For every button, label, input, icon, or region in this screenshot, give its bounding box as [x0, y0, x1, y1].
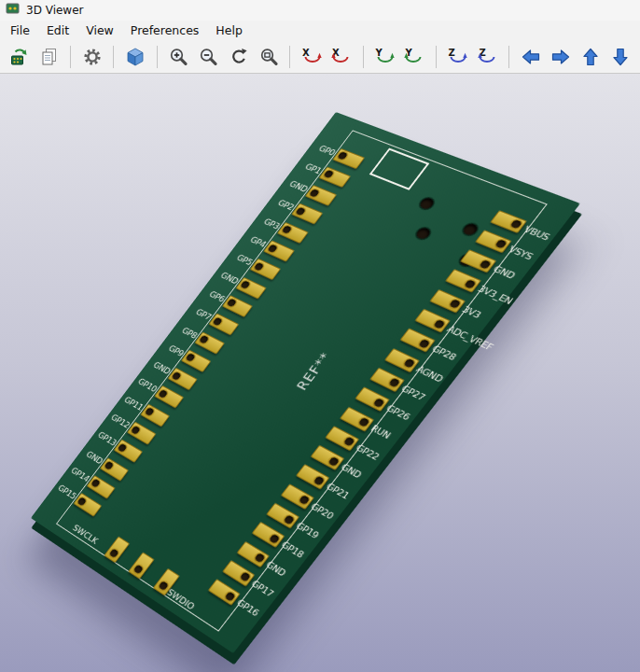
pad-hole	[510, 219, 522, 229]
rotate-z-ccw-icon: Z	[478, 47, 498, 67]
pad-hole	[358, 417, 370, 427]
move-down-button[interactable]	[607, 43, 634, 71]
pad-hole	[295, 207, 306, 216]
toolbar-separator	[436, 46, 437, 68]
pad-hole	[313, 476, 325, 486]
toolbar-separator	[70, 46, 71, 68]
svg-text:X: X	[302, 48, 310, 58]
rotate-y-cw-button[interactable]: Y	[371, 43, 398, 71]
pad-hole	[104, 461, 114, 470]
pad-hole	[131, 426, 141, 435]
pad-hole	[118, 443, 128, 453]
zoom-in-icon	[168, 47, 188, 67]
pad-hole	[213, 317, 223, 327]
zoom-out-button[interactable]	[195, 43, 222, 71]
rotate-y-ccw-button[interactable]: Y	[401, 43, 428, 71]
move-right-button[interactable]	[547, 43, 574, 71]
pad-hole	[90, 479, 101, 488]
move-up-icon	[580, 47, 601, 67]
display-options-button[interactable]	[78, 43, 105, 71]
svg-text:Y: Y	[375, 48, 383, 58]
rotate-y-cw-icon: Y	[374, 47, 395, 67]
move-up-button[interactable]	[577, 43, 605, 71]
rotate-x-ccw-icon: X	[331, 47, 352, 67]
pad-hole	[269, 534, 280, 544]
pad-hole	[494, 240, 507, 249]
toolbar-separator	[508, 46, 509, 68]
copy-image-button[interactable]	[35, 43, 63, 71]
reload-board-icon	[9, 47, 30, 67]
pad-hole	[77, 497, 88, 506]
pad-label-3v3_en: 3V3_EN	[475, 282, 517, 308]
pad-hole	[240, 280, 250, 289]
move-down-icon	[610, 47, 631, 67]
toolbar-separator	[157, 46, 158, 68]
pad-hole	[343, 437, 355, 447]
pad-hole	[449, 300, 461, 309]
pad-hole	[268, 244, 278, 252]
redraw-button[interactable]	[225, 43, 252, 71]
toolbar-separator	[289, 46, 290, 68]
rotate-x-ccw-button[interactable]: X	[327, 43, 355, 71]
pcb-board: REF** SWCLK SWDIO GP0GP1GNDGP2GP3GP4GP5G…	[31, 112, 580, 653]
rotate-x-cw-icon: X	[301, 47, 322, 67]
zoom-fit-icon	[258, 47, 279, 67]
toolbar: X X Y Y	[0, 41, 640, 74]
rotate-z-cw-button[interactable]: Z	[444, 43, 471, 71]
pad-hole	[373, 398, 385, 408]
pad-label-agnd: AGND	[413, 361, 447, 385]
zoom-out-icon	[198, 47, 218, 67]
pad-hole	[284, 514, 295, 525]
raytracing-cube-icon	[125, 47, 146, 67]
toolbar-separator	[363, 46, 364, 68]
menu-bar: FileEditViewPreferencesHelp	[0, 21, 640, 41]
redraw-icon	[229, 47, 249, 67]
pad-hole	[403, 358, 415, 369]
app-icon	[6, 1, 21, 20]
zoom-in-button[interactable]	[165, 43, 192, 71]
pad-hole	[434, 319, 446, 329]
pad-hole	[145, 407, 155, 416]
rotate-z-ccw-button[interactable]: Z	[474, 43, 501, 71]
move-left-icon	[521, 47, 541, 67]
pad-hole	[337, 151, 348, 160]
3d-viewer-window: 3D Viewer FileEditViewPreferencesHelp	[0, 0, 640, 672]
rotate-z-cw-icon: Z	[447, 47, 467, 67]
pad-hole	[328, 456, 341, 467]
move-left-button[interactable]	[517, 43, 544, 71]
svg-text:Z: Z	[449, 48, 455, 58]
rotate-x-cw-button[interactable]: X	[298, 43, 325, 71]
menu-item-view[interactable]: View	[77, 21, 122, 41]
menu-item-preferences[interactable]: Preferences	[122, 21, 208, 41]
pad-hole	[133, 565, 144, 575]
copy-image-icon	[39, 47, 60, 67]
reload-board-button[interactable]	[6, 43, 33, 71]
display-options-icon	[82, 47, 103, 67]
pad-hole	[254, 553, 265, 563]
rotate-y-ccw-icon: Y	[404, 47, 424, 67]
menu-item-help[interactable]: Help	[207, 21, 251, 41]
pad-hole	[388, 378, 400, 388]
pad-hole	[226, 299, 236, 308]
zoom-fit-button[interactable]	[255, 43, 282, 71]
pad-hole	[109, 549, 119, 558]
pad-hole	[240, 572, 251, 582]
pad-hole	[299, 495, 310, 505]
pad-hole	[158, 389, 168, 399]
menu-item-file[interactable]: File	[2, 21, 38, 41]
pad-hole	[185, 353, 195, 362]
raytracing-cube-button[interactable]	[121, 43, 148, 71]
viewport-3d[interactable]: REF** SWCLK SWDIO GP0GP1GNDGP2GP3GP4GP5G…	[0, 74, 640, 672]
pad-hole	[282, 226, 292, 234]
pad-hole	[225, 591, 236, 601]
pad-hole	[254, 262, 264, 271]
pad-hole	[199, 335, 209, 344]
pad-hole	[480, 259, 492, 269]
pad-hole	[418, 339, 430, 349]
pad-hole	[158, 581, 168, 591]
pad-hole	[464, 279, 476, 288]
menu-item-edit[interactable]: Edit	[38, 21, 77, 41]
toolbar-separator	[113, 46, 114, 68]
pad-hole	[309, 189, 320, 197]
window-title: 3D Viewer	[26, 4, 83, 17]
